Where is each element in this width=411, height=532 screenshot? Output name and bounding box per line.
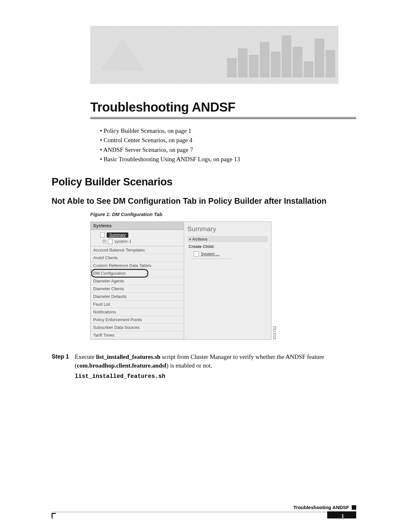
page-footer: Troubleshooting ANDSF 1 [52, 505, 356, 513]
panel-title-summary: Summary [187, 224, 268, 236]
list-item[interactable]: Fault List [91, 300, 184, 308]
figure-screenshot: Systems Summary + system-1 Acco [90, 222, 356, 340]
toc-item[interactable]: Policy Builder Scenarios, on page 1 [100, 126, 356, 135]
list-item[interactable]: Account Balance Templates [91, 246, 184, 254]
tree-item-summary[interactable]: Summary [91, 232, 184, 238]
expand-icon[interactable]: + [103, 240, 106, 243]
chapter-title-rule [90, 117, 356, 119]
list-item[interactable]: Policy Enforcement Points [91, 316, 184, 324]
config-section-list: Account Balance Templates Andsf Clients … [91, 246, 184, 339]
tree-item-label: Summary [107, 232, 128, 238]
figure-id: 215752 [273, 326, 277, 340]
mountain-icon [100, 39, 145, 71]
list-item[interactable]: Diameter Agents [91, 277, 184, 285]
list-item[interactable]: Subscriber Data Sources [91, 324, 184, 331]
tree-item-label: system-1 [114, 239, 132, 244]
subsection-heading: Not Able to See DM Configuration Tab in … [52, 196, 356, 206]
skyline-icon [227, 35, 335, 77]
list-item[interactable]: Custom Reference Data Tables [91, 262, 184, 270]
system-icon [194, 251, 199, 257]
section-heading: Policy Builder Scenarios [52, 176, 356, 188]
step-body: Execute list_installed_features.sh scrip… [75, 352, 356, 380]
footer-square-icon [352, 505, 356, 510]
create-child-system-link[interactable]: System ... [192, 251, 231, 259]
list-item[interactable]: Tariff Times [91, 331, 184, 339]
tree-item-system[interactable]: + system-1 [91, 238, 184, 245]
step-label: Step 1 [52, 352, 69, 380]
chapter-banner-image [90, 26, 338, 84]
page-number: 1 [341, 513, 344, 518]
folder-icon [108, 239, 113, 244]
list-item[interactable]: Diameter Defaults [91, 293, 184, 300]
document-icon [100, 232, 105, 238]
footer-corner-icon [52, 513, 56, 518]
create-child-label: Create Child: [187, 242, 268, 250]
step-1: Step 1 Execute list_installed_features.s… [52, 352, 356, 380]
list-item[interactable]: Diameter Clients [91, 285, 184, 293]
systems-tree: Summary + system-1 [91, 230, 184, 246]
footer-title: Troubleshooting ANDSF [293, 505, 349, 510]
toc-item[interactable]: Basic Troubleshooting Using ANDSF Logs, … [100, 154, 356, 164]
toc-item[interactable]: ANDSF Server Scenarios, on page 7 [100, 145, 356, 154]
list-item[interactable]: Notifications [91, 308, 184, 316]
figure-caption: Figure 1: DM Configuration Tab [90, 212, 356, 217]
footer-rule [52, 511, 356, 513]
actions-heading[interactable]: Actions [187, 236, 268, 242]
list-item[interactable]: Andsf Clients [91, 254, 184, 262]
chapter-toc: Policy Builder Scenarios, on page 1 Cont… [100, 126, 356, 164]
link-label: System ... [201, 251, 220, 256]
panel-heading-systems: Systems [91, 222, 184, 230]
toc-item[interactable]: Control Center Scenarios, on page 4 [100, 135, 356, 145]
chapter-title: Troubleshooting ANDSF [90, 100, 356, 114]
list-item-dm-configuration[interactable]: DM Configuration [91, 270, 184, 277]
command-line: list_installed_features.sh [75, 372, 356, 380]
